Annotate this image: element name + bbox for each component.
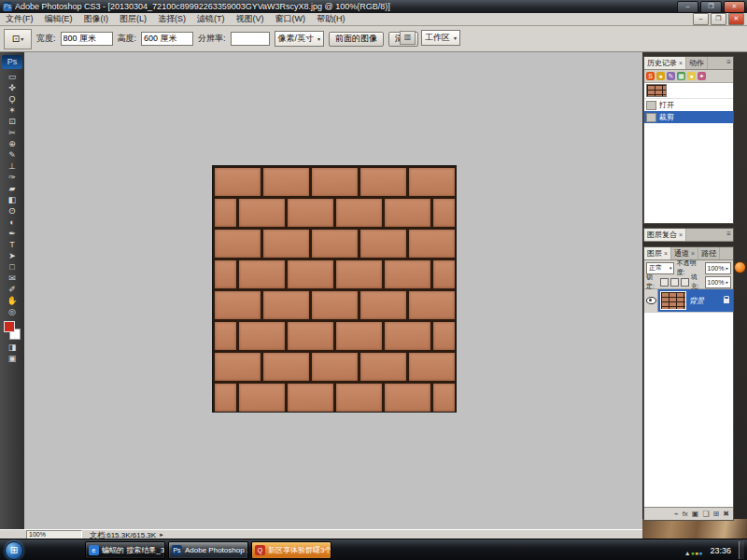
tool-brush[interactable]: ✎: [0, 149, 24, 161]
brick: [215, 168, 261, 196]
close-icon[interactable]: ×: [679, 230, 683, 241]
tool-gradient[interactable]: ◧: [0, 194, 24, 205]
resolution-unit-select[interactable]: 像素/英寸 ▾: [275, 31, 325, 47]
tab-history[interactable]: 历史记录 ×: [644, 57, 686, 69]
doc-minimize-button[interactable]: –: [693, 13, 709, 25]
layers-bottom-icon-5[interactable]: ✖: [723, 510, 729, 518]
workspace-button[interactable]: 工作区 ▾: [421, 30, 460, 46]
history-entry-open[interactable]: 打开: [644, 99, 733, 111]
tool-crop[interactable]: ⊡: [0, 116, 24, 127]
menu-item-1[interactable]: 编辑(E): [39, 14, 78, 23]
tool-path-select[interactable]: ➤: [0, 250, 24, 261]
tab-actions[interactable]: 动作: [686, 57, 708, 69]
tool-lasso[interactable]: Ϙ: [0, 93, 24, 105]
tool-pen[interactable]: ✒: [0, 228, 24, 239]
taskbar-clock[interactable]: 23:36: [710, 546, 731, 555]
close-icon[interactable]: ×: [664, 248, 668, 259]
document-window-controls: – ❐ ✕: [693, 13, 744, 25]
menu-item-0[interactable]: 文件(F): [0, 14, 39, 23]
brick-row: [215, 384, 454, 412]
maximize-button[interactable]: ❐: [700, 1, 722, 13]
photoshop-app-icon: Ps: [3, 2, 12, 11]
brick: [239, 260, 285, 288]
tool-blur[interactable]: ʘ: [0, 205, 24, 217]
tool-move[interactable]: ✜: [0, 82, 24, 93]
workspace-cluster: ▥ 工作区 ▾: [400, 30, 460, 46]
tool-dodge[interactable]: ◐: [0, 217, 24, 228]
taskbar-button-2[interactable]: Q新区享体验群曙3个...: [251, 541, 331, 559]
show-desktop-button[interactable]: [739, 541, 744, 559]
height-label: 高度:: [118, 33, 137, 45]
layers-bottom-icon-2[interactable]: ▣: [692, 510, 699, 518]
tool-notes[interactable]: ✉: [0, 273, 24, 284]
doc-restore-button[interactable]: ❐: [711, 13, 726, 25]
palette-well-icon[interactable]: ▥: [400, 31, 416, 45]
layers-bottom-icon-0[interactable]: ⌁: [674, 510, 679, 518]
history-icon-row: S●✎▦●✦: [644, 70, 733, 83]
panel-menu-icon[interactable]: ≡: [725, 57, 733, 69]
tab-layers[interactable]: 图层 ×: [644, 247, 671, 259]
tool-type[interactable]: T: [0, 239, 24, 250]
tool-marquee[interactable]: ▭: [0, 71, 24, 82]
tab-layer-comps[interactable]: 图层复合 ×: [644, 229, 686, 241]
menu-item-8[interactable]: 帮助(H): [311, 14, 351, 23]
menu-item-5[interactable]: 滤镜(T): [191, 14, 231, 23]
menu-item-6[interactable]: 视图(V): [231, 14, 270, 23]
desktop-wallpaper: [642, 519, 747, 539]
tool-screen-mode[interactable]: ▣: [0, 353, 24, 364]
resolution-input[interactable]: [231, 32, 270, 46]
taskbar-button-1[interactable]: PsAdobe Photoshop ...: [168, 541, 248, 559]
history-snapshot-row[interactable]: [644, 83, 733, 99]
layers-bottom-icon-1[interactable]: fx: [683, 510, 688, 518]
opacity-field[interactable]: 100% ▸: [705, 262, 731, 274]
lock-transparency-icon[interactable]: [660, 278, 669, 287]
foreground-color-swatch[interactable]: [4, 321, 15, 332]
layer-row-background[interactable]: 背景: [644, 289, 733, 313]
front-image-button[interactable]: 前面的图像: [329, 32, 384, 47]
doc-close-button[interactable]: ✕: [728, 13, 744, 25]
history-panel-tabs: 历史记录 × 动作 ≡: [644, 57, 733, 70]
tool-eraser[interactable]: ▰: [0, 183, 24, 194]
menu-item-3[interactable]: 图层(L): [114, 14, 152, 23]
tray-icon-3[interactable]: ●: [698, 550, 702, 556]
close-button[interactable]: ✕: [724, 1, 745, 13]
minimize-button[interactable]: –: [677, 1, 698, 13]
fill-field[interactable]: 100% ▸: [705, 276, 731, 288]
layers-bottom-icon-4[interactable]: ⊞: [713, 510, 720, 518]
panel-menu-icon[interactable]: ≡: [725, 229, 733, 241]
orange-badge-icon[interactable]: [734, 261, 746, 273]
history-deco-icon-2: ✎: [667, 72, 675, 80]
menu-item-2[interactable]: 图像(I): [78, 14, 115, 23]
tool-eyedropper[interactable]: ✐: [0, 284, 24, 295]
tool-hand[interactable]: ✋: [0, 295, 24, 306]
status-flyout-arrow-icon[interactable]: ▸: [160, 531, 163, 539]
close-icon[interactable]: ×: [679, 58, 683, 69]
history-entry-crop[interactable]: 裁剪: [644, 111, 733, 123]
tool-zoom[interactable]: ◎: [0, 306, 24, 317]
lock-all-icon[interactable]: [681, 278, 689, 287]
tool-clone-stamp[interactable]: ⊥: [0, 161, 24, 172]
menu-item-7[interactable]: 窗口(W): [270, 14, 312, 23]
doc-image[interactable]: [212, 165, 457, 413]
tray-icon-0[interactable]: ▲: [684, 550, 691, 556]
layers-bottom-icon-3[interactable]: ❑: [702, 510, 709, 518]
lock-position-icon[interactable]: [670, 278, 679, 287]
start-button[interactable]: ⊞: [5, 541, 23, 560]
width-input[interactable]: [61, 32, 113, 46]
tool-quick-mask[interactable]: ◨: [0, 342, 24, 353]
close-icon[interactable]: ×: [691, 248, 695, 259]
tool-magic-wand[interactable]: ✶: [0, 105, 24, 116]
height-input[interactable]: [141, 32, 193, 46]
brick-row: [215, 291, 454, 319]
taskbar-button-0[interactable]: e蝙蝠的 搜索结果_36...: [85, 541, 165, 559]
tool-slice[interactable]: ✂: [0, 127, 24, 138]
brick: [336, 260, 382, 288]
taskbar-button-icon: e: [89, 545, 99, 555]
tool-healing-brush[interactable]: ⊕: [0, 138, 24, 149]
tool-history-brush[interactable]: ✑: [0, 172, 24, 183]
crop-tool-preset-picker[interactable]: ⊡ ▾: [4, 29, 32, 49]
menu-item-4[interactable]: 选择(S): [152, 14, 191, 23]
visibility-cell[interactable]: [644, 289, 658, 312]
brick: [433, 260, 455, 288]
tool-shape[interactable]: □: [0, 261, 24, 273]
